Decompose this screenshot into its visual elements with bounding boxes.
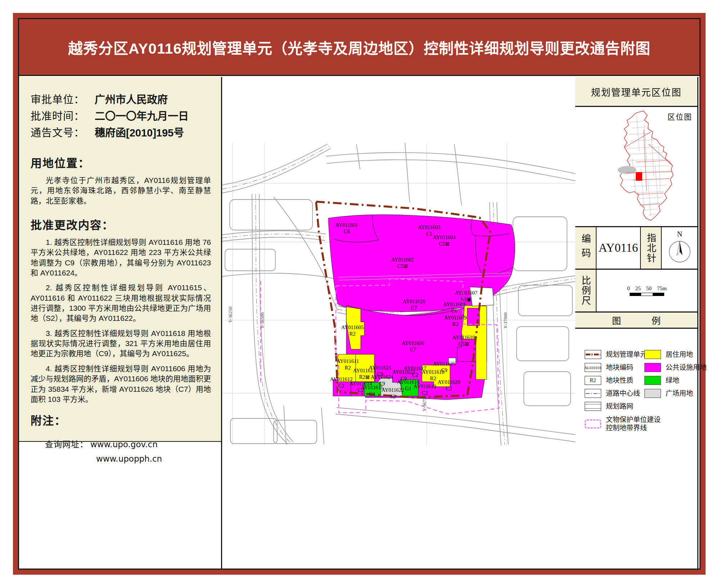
legend-item-label: 公共设施用地	[666, 363, 707, 372]
approval-block: 审批单位： 广州市人民政府 批准时间： 二〇一〇年九月一日 通告文号： 穗府函[…	[31, 91, 211, 141]
sheet-inner: 越秀分区AY0116规划管理单元（光孝寺及周边地区）控制性详细规划导则更改通告附…	[18, 18, 701, 570]
scale-label: 比例尺	[579, 275, 592, 306]
page-title: 越秀分区AY0116规划管理单元（光孝寺及周边地区）控制性详细规划导则更改通告附…	[68, 36, 651, 58]
legend-item-label: 地块编码	[606, 363, 633, 372]
scale-tick: 50	[646, 286, 652, 292]
legend-item-label: 地块性质	[606, 376, 633, 385]
location-map-title: 规划管理单元区位图	[575, 77, 697, 107]
code-compass-row: 编码 AY0116 指北针 N	[575, 226, 697, 269]
parcel-type-swatch: R2	[585, 376, 601, 385]
parcel-code-swatch: AL010101	[585, 363, 601, 372]
outer-red-frame: 越秀分区AY0116规划管理单元（光孝寺及周边地区）控制性详细规划导则更改通告附…	[13, 13, 706, 575]
title-bar: 越秀分区AY0116规划管理单元（光孝寺及周边地区）控制性详细规划导则更改通告附…	[19, 19, 699, 76]
legend-item-label: 文物保护单位建设控制地带界线	[606, 416, 661, 432]
legend-item: 广场用地	[644, 389, 693, 398]
legend-item-label: 绿地	[666, 376, 679, 385]
legend-item: 文物保护单位建设控制地带界线	[585, 416, 661, 432]
location-heading: 用地位置：	[31, 154, 211, 170]
website-row: 查询网址： www.upo.gov.cn	[31, 437, 211, 452]
approval-value: 二〇一〇年九月一日	[95, 108, 189, 125]
code-label-cell: 编码	[575, 227, 597, 269]
legend-title: 图 例	[575, 311, 697, 329]
legend-item: 绿地	[644, 376, 679, 385]
legend-item: 道路中心线	[585, 389, 640, 398]
road-centerline-swatch	[585, 389, 601, 398]
coordinate-label: Y-36750	[422, 395, 427, 412]
change-item: 2. 越秀区控制性详细规划导则 AY011615、AY011616 和 AY01…	[31, 283, 211, 323]
scale-tick: 25	[635, 286, 641, 292]
content-area: 审批单位： 广州市人民政府 批准时间： 二〇一〇年九月一日 通告文号： 穗府函[…	[19, 77, 699, 569]
approval-label: 批准时间：	[31, 108, 95, 125]
approval-row: 批准时间： 二〇一〇年九月一日	[31, 108, 211, 125]
legend-item: 居住用地	[644, 350, 693, 359]
legend-item: R2地块性质	[585, 376, 633, 385]
legend-item-label: 广场用地	[666, 389, 693, 398]
website-label: 查询网址：	[45, 437, 88, 452]
legend: 规划管理单元界线AL010101地块编码R2地块性质道路中心线规划路网文物保护单…	[575, 330, 697, 569]
approval-value: 穗府函[2010]195号	[95, 125, 184, 141]
approval-row: 审批单位： 广州市人民政府	[31, 91, 211, 108]
location-text: 光孝寺位于广州市越秀区，AY0116规划管理单元，用地东邻海珠北路，西邻静慧小学…	[31, 175, 211, 206]
coordinate-label: Y-36500	[260, 313, 265, 329]
compass-label-cell: 指北针	[641, 227, 662, 269]
code-label: 编码	[579, 234, 592, 262]
heritage-boundary-swatch	[585, 419, 601, 428]
website-url: www.upopph.cn	[94, 452, 162, 466]
map-coordinate-labels: Y-36250Y-36500Y-36750Y-37000	[222, 77, 575, 569]
north-arrow-icon: N	[663, 229, 696, 267]
changes-heading: 批准更改内容：	[31, 216, 211, 232]
change-item: 3. 越秀区控制性详细规划导则 AY011618 用地根据现状实际情况进行调整，…	[31, 328, 211, 359]
scale-tick: 0	[627, 286, 630, 292]
landuse-color-swatch	[644, 363, 661, 372]
location-map-corner-label: 区位图	[667, 111, 692, 122]
legend-item-label: 道路中心线	[606, 389, 640, 398]
district-highlight-parcel	[636, 172, 642, 181]
unit-boundary-swatch	[585, 350, 601, 359]
landuse-color-swatch	[644, 376, 661, 385]
legend-item-label: 规划路网	[606, 402, 633, 410]
road-network-swatch	[585, 402, 601, 411]
change-item: 4. 越秀区控制性详细规划导则 AY011606 用地为减少与规划路网的矛盾，A…	[31, 364, 211, 404]
district-outline-map	[575, 108, 698, 226]
approval-value: 广州市人民政府	[95, 91, 168, 108]
landuse-color-swatch	[644, 389, 661, 398]
scale-bar-cell: 0 25 50 75m	[597, 270, 697, 311]
approval-label: 通告文号：	[31, 125, 95, 141]
coordinate-label: Y-36250	[228, 307, 233, 323]
legend-item: 规划路网	[585, 402, 633, 411]
legend-item: 公共设施用地	[644, 363, 707, 372]
coordinate-label: Y-37000	[503, 313, 508, 329]
info-panel: 审批单位： 广州市人民政府 批准时间： 二〇一〇年九月一日 通告文号： 穗府函[…	[19, 77, 222, 569]
right-panel: 规划管理单元区位图 区位图	[575, 77, 698, 569]
location-map: 区位图	[575, 108, 697, 226]
notes-heading: 附注：	[31, 412, 211, 428]
website-url: www.upo.gov.cn	[88, 437, 158, 452]
right-margin	[698, 77, 699, 569]
website-row: www.upopph.cn	[31, 452, 211, 466]
scale-numbers: 0 25 50 75m	[627, 286, 667, 292]
approval-label: 审批单位：	[31, 91, 95, 108]
scale-bar	[630, 293, 664, 296]
scale-row: 比例尺 0 25 50 75m	[575, 269, 697, 311]
scale-label-cell: 比例尺	[575, 270, 597, 311]
info-panel-beige: 审批单位： 广州市人民政府 批准时间： 二〇一〇年九月一日 通告文号： 穗府函[…	[19, 77, 221, 442]
planning-notice-sheet: { "title": "越秀分区AY0116规划管理单元（光孝寺及周边地区）控制…	[0, 0, 720, 588]
main-map: AY011601C6AY011602C5⊞AY011603C1AY011604C…	[222, 77, 575, 569]
approval-row: 通告文号： 穗府函[2010]195号	[31, 125, 211, 141]
unit-code-value: AY0116	[597, 227, 641, 269]
legend-item-label: 居住用地	[666, 350, 693, 359]
north-letter: N	[677, 230, 682, 238]
change-item: 1. 越秀区控制性详细规划导则 AY011616 用地 76 平方米公共绿地，A…	[31, 237, 211, 278]
legend-item: AL010101地块编码	[585, 363, 633, 372]
landuse-color-swatch	[644, 350, 661, 359]
scale-tick: 75m	[657, 286, 667, 292]
compass-label: 指北针	[644, 233, 658, 263]
north-arrow-cell: N	[662, 227, 697, 269]
